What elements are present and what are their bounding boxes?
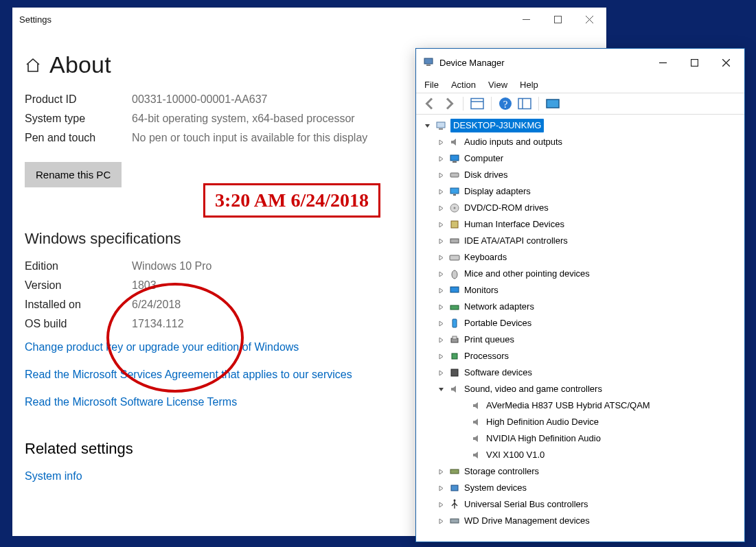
chevron-right-icon[interactable] [437, 353, 445, 360]
tree-node[interactable]: Audio inputs and outputs [420, 134, 740, 150]
sound-device-icon [471, 417, 482, 428]
close-button[interactable] [573, 8, 605, 30]
tree-node[interactable]: Computer [420, 150, 740, 167]
tree-node-label: IDE ATA/ATAPI controllers [464, 234, 568, 248]
svg-rect-40 [450, 519, 459, 523]
device-manager-title: Device Manager [439, 58, 505, 68]
chevron-right-icon[interactable] [437, 139, 445, 146]
tree-node[interactable]: Mice and other pointing devices [420, 266, 740, 282]
tree-node-label: Disk drives [464, 168, 508, 182]
monitor-icon [449, 285, 460, 296]
chevron-right-icon[interactable] [437, 156, 445, 162]
usb-icon [449, 499, 460, 510]
svg-rect-34 [453, 336, 457, 339]
chevron-right-icon[interactable] [437, 288, 445, 294]
svg-text:?: ? [503, 99, 508, 110]
sound-device-icon [471, 450, 482, 461]
tree-node[interactable]: Universal Serial Bus controllers [420, 496, 740, 513]
tree-node[interactable]: Sound, video and game controllers [420, 381, 740, 397]
menu-item-view[interactable]: View [488, 80, 507, 90]
tree-node[interactable]: Human Interface Devices [420, 216, 740, 233]
tree-node[interactable]: Display adapters [420, 183, 740, 200]
tree-node[interactable]: Portable Devices [420, 315, 740, 331]
device-manager-toolbar: ? [416, 93, 744, 115]
tree-node[interactable]: Network adapters [420, 299, 740, 315]
page-title: About [49, 51, 111, 78]
cpu-icon [449, 351, 460, 362]
tree-node[interactable]: Software devices [420, 364, 740, 381]
tree-node-label: DVD/CD-ROM drives [464, 201, 549, 215]
tree-node[interactable]: WD Drive Management devices [420, 513, 740, 529]
tree-node[interactable]: Disk drives [420, 167, 740, 183]
tree-node[interactable]: DVD/CD-ROM drives [420, 200, 740, 216]
back-button[interactable] [422, 96, 438, 111]
chevron-right-icon[interactable] [437, 304, 445, 310]
svg-rect-10 [471, 99, 483, 109]
tree-node[interactable]: Print queues [420, 331, 740, 348]
minimize-button[interactable] [510, 8, 542, 30]
chevron-right-icon[interactable] [437, 238, 445, 244]
chevron-right-icon[interactable] [437, 172, 445, 178]
chevron-right-icon[interactable] [437, 205, 445, 211]
storage-icon [449, 466, 460, 477]
chevron-right-icon[interactable] [437, 271, 445, 277]
show-hide-tree-button[interactable] [469, 96, 485, 111]
rename-pc-button[interactable]: Rename this PC [25, 162, 122, 187]
mouse-icon [449, 268, 460, 279]
chevron-right-icon[interactable] [437, 518, 445, 524]
tree-leaf[interactable]: AVerMedia H837 USB Hybrid ATSC/QAM [420, 397, 740, 414]
svg-rect-37 [450, 469, 459, 474]
chevron-down-icon[interactable] [423, 123, 431, 129]
menu-item-action[interactable]: Action [451, 80, 476, 90]
dm-minimize-button[interactable] [647, 53, 678, 73]
svg-rect-21 [450, 173, 459, 177]
menu-item-file[interactable]: File [424, 80, 439, 90]
chevron-right-icon[interactable] [437, 337, 445, 343]
svg-rect-20 [453, 161, 457, 163]
tree-node[interactable]: Monitors [420, 282, 740, 299]
tree-leaf[interactable]: VXI X100 V1.0 [420, 447, 740, 463]
chevron-down-icon[interactable] [437, 386, 445, 393]
chevron-right-icon[interactable] [437, 502, 445, 508]
maximize-button[interactable] [542, 8, 573, 30]
tree-leaf-label: VXI X100 V1.0 [486, 448, 545, 462]
tree-node[interactable]: System devices [420, 480, 740, 496]
properties-button[interactable] [516, 96, 533, 111]
dm-close-button[interactable] [710, 53, 742, 73]
disc-icon [449, 202, 460, 213]
chevron-right-icon[interactable] [437, 370, 445, 376]
scan-hardware-button[interactable] [545, 96, 561, 111]
svg-rect-4 [424, 58, 433, 64]
tree-root[interactable]: DESKTOP-J3UNKMG [420, 117, 740, 134]
help-button[interactable]: ? [497, 96, 514, 111]
annotation-timestamp: 3:20 AM 6/24/2018 [203, 183, 380, 218]
chevron-right-icon[interactable] [437, 222, 445, 228]
computer-root-icon [435, 120, 446, 131]
tree-node[interactable]: Keyboards [420, 249, 740, 266]
svg-rect-27 [450, 239, 459, 243]
tree-node[interactable]: IDE ATA/ATAPI controllers [420, 233, 740, 249]
chevron-right-icon[interactable] [437, 189, 445, 195]
toolbar-separator [491, 97, 492, 110]
tree-node-label: Software devices [464, 366, 532, 380]
chevron-right-icon[interactable] [437, 255, 445, 261]
forward-button[interactable] [441, 96, 457, 111]
tree-leaf-label: High Definition Audio Device [486, 415, 599, 429]
sound-device-icon [471, 433, 482, 444]
dm-maximize-button[interactable] [678, 53, 710, 73]
chevron-right-icon[interactable] [437, 469, 445, 475]
tree-node[interactable]: Storage controllers [420, 463, 740, 480]
device-manager-tree[interactable]: DESKTOP-J3UNKMGAudio inputs and outputsC… [416, 115, 744, 542]
home-icon[interactable] [25, 57, 41, 73]
menu-item-help[interactable]: Help [520, 80, 538, 90]
tree-node[interactable]: Processors [420, 348, 740, 364]
tree-leaf[interactable]: High Definition Audio Device [420, 414, 740, 430]
tree-leaf[interactable]: NVIDIA High Definition Audio [420, 430, 740, 447]
settings-titlebar: Settings [12, 8, 606, 31]
tree-node-label: Sound, video and game controllers [464, 382, 602, 396]
tree-root-label: DESKTOP-J3UNKMG [450, 119, 544, 132]
chevron-right-icon[interactable] [437, 485, 445, 491]
svg-point-39 [454, 500, 456, 502]
chevron-right-icon[interactable] [437, 321, 445, 327]
tree-node-label: Mice and other pointing devices [464, 267, 590, 281]
